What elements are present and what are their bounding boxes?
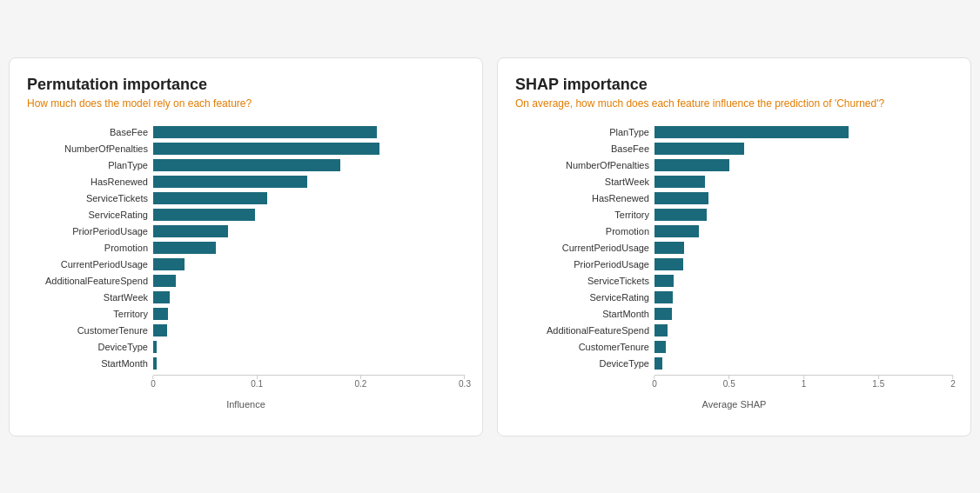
bar-fill: [654, 126, 849, 138]
bar-label: DeviceType: [27, 342, 153, 352]
axis-wrapper: 00.511.52: [515, 375, 953, 394]
bar-row: AdditionalFeatureSpend: [515, 323, 953, 337]
bar-label: StartWeek: [27, 292, 153, 303]
bar-container: [153, 208, 465, 222]
permutation-title-plain: Permutation: [27, 76, 123, 93]
bar-label: ServiceRating: [27, 210, 153, 220]
bar-fill: [153, 176, 307, 188]
bar-row: PriorPeriodUsage: [27, 224, 465, 238]
axis-tick: 0: [652, 376, 657, 389]
bar-row: BaseFee: [27, 125, 465, 139]
bar-container: [153, 125, 465, 139]
permutation-title-bold: importance: [123, 76, 207, 93]
bar-fill: [153, 143, 379, 155]
bar-fill: [153, 192, 267, 204]
permutation-axis-label: Influence: [27, 399, 465, 410]
bar-row: HasRenewed: [27, 175, 465, 189]
bar-container: [153, 191, 465, 205]
bar-label: DeviceType: [515, 358, 654, 369]
bar-container: [153, 158, 465, 172]
bar-label: ServiceRating: [515, 292, 654, 303]
bar-fill: [153, 258, 185, 270]
main-container: Permutation importance How much does the…: [9, 57, 971, 436]
bar-fill: [153, 308, 168, 320]
bar-row: DeviceType: [27, 340, 465, 354]
bar-row: HasRenewed: [515, 191, 953, 205]
bar-label: HasRenewed: [515, 193, 654, 203]
bar-row: StartMonth: [27, 356, 465, 370]
bar-fill: [153, 291, 170, 303]
bar-container: [153, 142, 465, 156]
bar-row: StartWeek: [515, 175, 953, 189]
tick-label: 0.3: [459, 379, 471, 389]
bar-row: CustomerTenure: [515, 340, 953, 354]
bar-fill: [654, 275, 674, 287]
bar-fill: [153, 341, 157, 353]
permutation-chart-card: Permutation importance How much does the…: [9, 57, 483, 436]
bar-row: BaseFee: [515, 142, 953, 156]
tick-label: 1: [802, 379, 807, 389]
bar-container: [654, 307, 953, 321]
bar-row: Promotion: [515, 224, 953, 238]
bar-fill: [654, 258, 683, 270]
shap-title: SHAP importance: [515, 76, 953, 94]
bar-row: NumberOfPenalties: [515, 158, 953, 172]
bar-container: [654, 323, 953, 337]
bar-label: CurrentPeriodUsage: [27, 259, 153, 270]
bar-fill: [654, 192, 708, 204]
bar-row: CustomerTenure: [27, 323, 465, 337]
bar-container: [153, 175, 465, 189]
bar-row: CurrentPeriodUsage: [27, 257, 465, 271]
bar-label: StartMonth: [27, 358, 153, 369]
bar-row: Territory: [27, 307, 465, 321]
bar-fill: [153, 357, 157, 370]
axis-tick: 1: [802, 376, 807, 389]
bar-container: [153, 257, 465, 271]
tick-label: 2: [950, 379, 956, 389]
tick-label: 1.5: [872, 379, 884, 389]
bar-label: ServiceTickets: [27, 193, 153, 203]
bar-label: Territory: [515, 210, 654, 220]
permutation-chart-inner: BaseFeeNumberOfPenaltiesPlanTypeHasRenew…: [27, 125, 465, 394]
bar-fill: [654, 357, 662, 370]
bar-container: [153, 323, 465, 337]
tick-label: 0.1: [251, 379, 263, 389]
bar-row: ServiceRating: [515, 290, 953, 304]
axis: 00.10.20.3: [153, 375, 465, 394]
bars-area: PlanTypeBaseFeeNumberOfPenaltiesStartWee…: [515, 125, 953, 373]
bar-fill: [654, 176, 705, 188]
bar-label: AdditionalFeatureSpend: [515, 325, 654, 336]
bars-area: BaseFeeNumberOfPenaltiesPlanTypeHasRenew…: [27, 125, 465, 373]
bar-fill: [654, 341, 666, 353]
bar-fill: [153, 159, 340, 171]
bar-fill: [654, 291, 673, 303]
bar-row: StartMonth: [515, 307, 953, 321]
bar-label: HasRenewed: [27, 177, 153, 187]
axis-wrapper: 00.10.20.3: [27, 375, 465, 394]
bar-fill: [654, 159, 729, 171]
bar-container: [654, 274, 953, 288]
axis-tick: 0.2: [354, 376, 366, 389]
tick-label: 0: [151, 379, 156, 389]
bar-label: AdditionalFeatureSpend: [27, 276, 153, 286]
bar-label: CustomerTenure: [515, 342, 654, 352]
bar-container: [153, 274, 465, 288]
bar-container: [654, 241, 953, 255]
bar-fill: [654, 324, 668, 336]
bar-row: StartWeek: [27, 290, 465, 304]
bar-label: Promotion: [515, 226, 654, 237]
bar-row: ServiceRating: [27, 208, 465, 222]
bar-fill: [153, 225, 228, 237]
bar-row: Promotion: [27, 241, 465, 255]
bar-fill: [153, 209, 255, 221]
bar-container: [153, 340, 465, 354]
bar-container: [654, 125, 953, 139]
bar-fill: [153, 242, 216, 254]
axis-tick: 0.5: [723, 376, 735, 389]
bar-label: NumberOfPenalties: [515, 160, 654, 170]
bar-label: CurrentPeriodUsage: [515, 243, 654, 253]
bar-fill: [654, 209, 707, 221]
bar-fill: [654, 242, 684, 254]
bar-label: StartMonth: [515, 309, 654, 319]
bar-label: PlanType: [27, 160, 153, 170]
